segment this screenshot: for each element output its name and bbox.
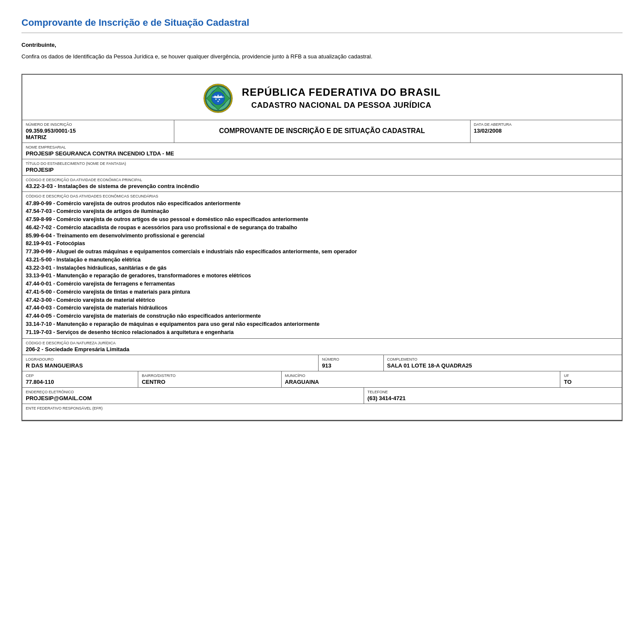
efr-label: ENTE FEDERATIVO RESPONSÁVEL (EFR) (26, 406, 618, 410)
row-nome-empresarial: NOME EMPRESARIAL PROJESIP SEGURANCA CONT… (22, 143, 622, 159)
nome-empresarial-label: NOME EMPRESARIAL (26, 145, 618, 149)
list-item: 46.42-7-02 - Comércio atacadista de roup… (26, 224, 618, 232)
cert-title1: REPÚBLICA FEDERATIVA DO BRASIL (242, 86, 440, 98)
list-item: 33.14-7-10 - Manutenção e reparação de m… (26, 320, 618, 328)
list-item: 47.89-0-99 - Comércio varejista de outro… (26, 200, 618, 208)
certificate-box: ★ ★ ★ ★ ★ REPÚBLICA FEDERATIVA DO BRASIL… (21, 74, 623, 422)
row-cep: CEP 77.804-110 BAIRRO/DISTRITO CENTRO MU… (22, 371, 622, 388)
cell-comprovante: COMPROVANTE DE INSCRIÇÃO E DE SITUAÇÃO C… (174, 120, 471, 143)
svg-point-5 (215, 95, 216, 97)
logradouro-label: LOGRADOURO (26, 357, 315, 361)
svg-point-6 (218, 94, 219, 96)
cert-title2: CADASTRO NACIONAL DA PESSOA JURÍDICA (242, 101, 440, 110)
municipio-value: ARAGUAINA (285, 379, 557, 385)
svg-point-7 (221, 95, 222, 97)
data-abertura-label: DATA DE ABERTURA (474, 122, 619, 127)
cep-value: 77.804-110 (26, 379, 134, 385)
atividades-secundarias-label: CÓDIGO E DESCRIÇÃO DAS ATIVIDADES ECONÔM… (26, 194, 618, 198)
cell-numero: NÚMERO 913 (319, 355, 384, 371)
bairro-label: BAIRRO/DISTRITO (142, 374, 277, 378)
telefone-label: TELEFONE (368, 390, 618, 394)
numero-inscricao-value: 09.359.953/0001-15 (26, 128, 170, 134)
titulo-value: PROJESIP (26, 167, 618, 173)
list-item: 47.44-0-05 - Comércio varejista de mater… (26, 312, 618, 320)
row-titulo: TÍTULO DO ESTABELECIMENTO (NOME DE FANTA… (22, 159, 622, 176)
svg-point-4 (212, 92, 225, 105)
list-item: 71.19-7-03 - Serviços de desenho técnico… (26, 328, 618, 337)
cell-municipio: MUNICÍPIO ARAGUAINA (282, 371, 561, 387)
svg-point-9 (219, 99, 220, 100)
cell-complemento: COMPLEMENTO SALA 01 LOTE 18-A QUADRA25 (384, 355, 622, 371)
bairro-value: CENTRO (142, 379, 277, 385)
tipo-value: MATRIZ (26, 134, 170, 140)
list-item: 47.41-5-00 - Comércio varejista de tinta… (26, 288, 618, 296)
list-item: 77.39-0-99 - Aluguel de outras máquinas … (26, 248, 618, 256)
numero-value: 913 (322, 362, 380, 369)
numero-inscricao-label: NÚMERO DE INSCRIÇÃO (26, 122, 170, 127)
list-item: 33.13-9-01 - Manutenção e reparação de g… (26, 272, 618, 280)
natureza-juridica-label: CÓDIGO E DESCRIÇÃO DA NATUREZA JURÍDICA (26, 341, 618, 345)
uf-label: UF (564, 374, 618, 378)
cell-cep: CEP 77.804-110 (22, 371, 138, 387)
list-item: 47.44-0-03 - Comércio varejista de mater… (26, 304, 618, 312)
cert-header: ★ ★ ★ ★ ★ REPÚBLICA FEDERATIVA DO BRASIL… (22, 75, 622, 120)
row-efr: ENTE FEDERATIVO RESPONSÁVEL (EFR) (22, 404, 622, 420)
end-eletronico-label: ENDEREÇO ELETRÔNICO (26, 390, 360, 394)
numero-label: NÚMERO (322, 357, 380, 361)
uf-value: TO (564, 379, 618, 385)
row-logradouro: LOGRADOURO R DAS MANGUEIRAS NÚMERO 913 C… (22, 355, 622, 371)
cell-numero-inscricao: NÚMERO DE INSCRIÇÃO 09.359.953/0001-15 M… (22, 120, 174, 143)
cell-end-eletronico: ENDEREÇO ELETRÔNICO PROJESIP@GMAIL.COM (22, 388, 364, 404)
svg-point-10 (218, 100, 219, 102)
brazil-seal-icon: ★ ★ ★ ★ ★ (203, 83, 233, 113)
intro-bold: Contribuinte, (21, 42, 623, 48)
complemento-value: SALA 01 LOTE 18-A QUADRA25 (387, 362, 618, 369)
header-divider (21, 33, 623, 33)
svg-text:★ ★ ★ ★ ★: ★ ★ ★ ★ ★ (213, 83, 225, 86)
titulo-label: TÍTULO DO ESTABELECIMENTO (NOME DE FANTA… (26, 161, 618, 166)
atividades-secundarias-list: 47.89-0-99 - Comércio varejista de outro… (26, 200, 618, 337)
complemento-label: COMPLEMENTO (387, 357, 618, 361)
list-item: 85.99-6-04 - Treinamento em desenvolvime… (26, 232, 618, 240)
atividade-principal-label: CÓDIGO E DESCRIÇÃO DA ATIVIDADE ECONÔMIC… (26, 178, 618, 182)
cell-uf: UF TO (560, 371, 622, 387)
list-item: 47.54-7-03 - Comércio varejista de artig… (26, 207, 618, 216)
logradouro-value: R DAS MANGUEIRAS (26, 362, 315, 369)
cert-header-text: REPÚBLICA FEDERATIVA DO BRASIL CADASTRO … (242, 86, 440, 110)
row-inscricao: NÚMERO DE INSCRIÇÃO 09.359.953/0001-15 M… (22, 120, 622, 143)
list-item: 82.19-9-01 - Fotocópias (26, 240, 618, 248)
page-title: Comprovante de Inscrição e de Situação C… (21, 17, 623, 28)
row-atividades-secundarias: CÓDIGO E DESCRIÇÃO DAS ATIVIDADES ECONÔM… (22, 192, 622, 339)
cell-data-abertura: DATA DE ABERTURA 13/02/2008 (471, 120, 622, 143)
efr-value (26, 411, 618, 418)
intro-text: Confira os dados de Identificação da Pes… (21, 52, 623, 61)
end-eletronico-value: PROJESIP@GMAIL.COM (26, 395, 360, 401)
cep-label: CEP (26, 374, 134, 378)
svg-point-8 (216, 98, 217, 100)
atividade-principal-value: 43.22-3-03 - Instalações de sistema de p… (26, 183, 618, 189)
nome-empresarial-value: PROJESIP SEGURANCA CONTRA INCENDIO LTDA … (26, 150, 618, 157)
municipio-label: MUNICÍPIO (285, 374, 557, 378)
cell-bairro: BAIRRO/DISTRITO CENTRO (138, 371, 281, 387)
list-item: 43.22-3-01 - Instalações hidráulicas, sa… (26, 264, 618, 272)
list-item: 47.42-3-00 - Comércio varejista de mater… (26, 296, 618, 304)
row-atividade-principal: CÓDIGO E DESCRIÇÃO DA ATIVIDADE ECONÔMIC… (22, 176, 622, 192)
telefone-value: (63) 3414-4721 (368, 395, 618, 401)
comprovante-label: COMPROVANTE DE INSCRIÇÃO E DE SITUAÇÃO C… (219, 126, 425, 136)
row-end-eletronico: ENDEREÇO ELETRÔNICO PROJESIP@GMAIL.COM T… (22, 388, 622, 404)
cell-logradouro: LOGRADOURO R DAS MANGUEIRAS (22, 355, 319, 371)
list-item: 47.59-8-99 - Comércio varejista de outro… (26, 216, 618, 224)
cell-telefone: TELEFONE (63) 3414-4721 (364, 388, 622, 404)
row-natureza-juridica: CÓDIGO E DESCRIÇÃO DA NATUREZA JURÍDICA … (22, 339, 622, 355)
list-item: 43.21-5-00 - Instalação e manutenção elé… (26, 256, 618, 264)
data-abertura-value: 13/02/2008 (474, 128, 619, 134)
list-item: 47.44-0-01 - Comércio varejista de ferra… (26, 280, 618, 288)
natureza-juridica-value: 206-2 - Sociedade Empresária Limitada (26, 346, 618, 352)
